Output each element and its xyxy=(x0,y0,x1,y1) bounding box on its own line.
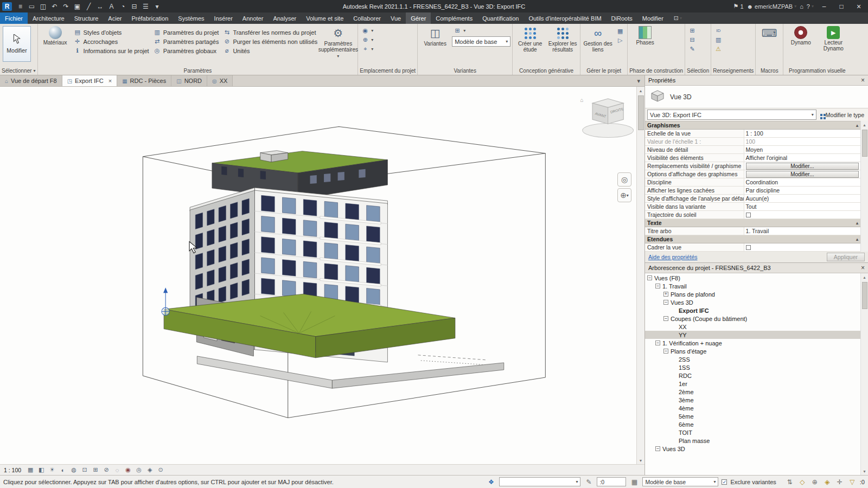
location-button[interactable]: ◉▾ xyxy=(360,26,375,35)
scroll-down-icon[interactable]: ▼ xyxy=(861,467,868,475)
property-value[interactable]: Afficher l'original Afficher l'original xyxy=(744,154,860,162)
additional-settings-button[interactable]: ⚙ Paramètres supplémentaires ▾ xyxy=(320,24,356,61)
property-value[interactable]: Coordination Coordination xyxy=(744,178,860,186)
drag-on-selection-toggle-icon[interactable]: ✛ xyxy=(835,478,845,486)
expand-toggle-icon[interactable]: − xyxy=(655,446,660,451)
property-row[interactable]: Style d'affichage de l'analyse par défau… xyxy=(645,195,860,203)
zoom-tool-icon[interactable]: ⊕▾ xyxy=(617,188,631,202)
property-row[interactable]: Etendues xyxy=(645,235,860,243)
worksets-icon[interactable]: ❖ xyxy=(486,478,496,486)
viewcube-home-icon[interactable]: ⌂ xyxy=(580,97,584,103)
property-value[interactable]: 1 : 100 1 : 100 xyxy=(744,130,860,137)
view-tab[interactable]: ▦ RDC - Pièces × xyxy=(117,75,171,86)
property-value[interactable]: Tout Tout xyxy=(744,203,860,210)
ribbon-tab[interactable]: Insérer xyxy=(209,12,238,24)
shadows-icon[interactable]: ◐ xyxy=(58,466,68,474)
coordinates-button[interactable]: ⊕▾ xyxy=(360,35,375,44)
user-account[interactable]: ☻emericMZPAB▾ xyxy=(747,3,797,10)
snaps-button[interactable]: ✛Accrochages xyxy=(72,37,151,46)
save-selection-button[interactable]: ⊞ xyxy=(687,26,698,35)
close-button[interactable]: × xyxy=(852,2,866,11)
macro-manager-button[interactable]: ⌨ xyxy=(757,24,781,42)
modify-value-button[interactable]: Modifier... xyxy=(746,171,859,178)
create-study-button[interactable]: Créer une étude xyxy=(514,24,546,54)
undo-icon[interactable]: ↶ xyxy=(49,2,60,11)
properties-scrollbar[interactable]: ▲ xyxy=(860,121,868,252)
expand-toggle-icon[interactable]: − xyxy=(655,341,660,345)
select-pinned-toggle-icon[interactable]: ◈ xyxy=(822,478,832,486)
ribbon-tab[interactable]: Structure xyxy=(69,12,104,24)
help-button[interactable]: ?▾ xyxy=(807,3,814,10)
print-icon[interactable]: ▣ xyxy=(72,2,82,11)
ribbon-tab[interactable]: Quantification xyxy=(477,12,524,24)
scroll-up-icon[interactable]: ▲ xyxy=(861,273,868,281)
tree-item[interactable]: − 1. Vérification + nuage xyxy=(645,339,860,347)
tree-item[interactable]: − 1. Travail xyxy=(645,282,860,290)
property-row[interactable]: Remplacements visibilité / graphisme Mod… xyxy=(645,162,860,170)
3d-view[interactable]: ⌂ AVANT DROITE xyxy=(0,87,644,464)
tree-item[interactable]: 4ème xyxy=(645,404,860,412)
temporary-view-properties-icon[interactable]: ◎ xyxy=(134,466,144,474)
view-tab[interactable]: ⌂ Vue de départ F8 × xyxy=(0,75,62,86)
close-icon[interactable]: × xyxy=(861,264,865,272)
save-icon[interactable]: ◫ xyxy=(38,2,48,11)
property-row[interactable]: Echelle de la vue 1 : 100 1 : 100 xyxy=(645,130,860,138)
expand-toggle-icon[interactable]: − xyxy=(663,349,668,354)
property-value[interactable]: 1. Travail 1. Travail xyxy=(744,227,860,235)
value-checkbox[interactable] xyxy=(746,245,751,250)
reveal-hidden-icon[interactable]: ◉ xyxy=(123,466,133,474)
show-crop-icon[interactable]: ⊞ xyxy=(91,466,100,474)
tree-item[interactable]: 5ème xyxy=(645,412,860,420)
edit-type-button[interactable]: Modifier le type xyxy=(819,112,866,118)
shared-parameters-button[interactable]: ⇄Paramètres partagés xyxy=(152,37,221,46)
expand-toggle-icon[interactable]: − xyxy=(647,275,652,280)
property-row[interactable]: Discipline Coordination Coordination xyxy=(645,178,860,187)
project-information-button[interactable]: ℹInformations sur le projet xyxy=(72,46,151,55)
scrollbar-thumb[interactable] xyxy=(638,95,644,130)
ribbon-tab[interactable]: Collaborer xyxy=(348,12,386,24)
object-styles-button[interactable]: ▤Styles d'objets xyxy=(72,28,151,37)
ribbon-tab[interactable]: Gérer xyxy=(406,12,431,24)
viewcube[interactable]: ⌂ AVANT DROITE xyxy=(580,97,634,137)
purge-unused-button[interactable]: ⊘Purger les éléments non utilisés xyxy=(221,37,319,46)
expand-toggle-icon[interactable]: − xyxy=(655,284,660,288)
navigation-wheel-icon[interactable]: ◎ xyxy=(617,172,631,187)
ribbon-tab[interactable]: Modifier xyxy=(637,12,668,24)
visual-style-icon[interactable]: ◧ xyxy=(36,466,46,474)
global-parameters-button[interactable]: ◎Paramètres globaux xyxy=(152,46,221,55)
element-ids-button[interactable]: ID xyxy=(713,26,724,35)
tree-item[interactable]: Plan masse xyxy=(645,436,860,445)
editing-requests-icon[interactable]: ✎ xyxy=(584,478,593,486)
panel-label-select[interactable]: Sélectionner▾ xyxy=(2,67,36,75)
temporary-hide-icon[interactable]: ◌ xyxy=(112,466,122,474)
redo-icon[interactable]: ↷ xyxy=(61,2,71,11)
browser-scrollbar[interactable]: ▲ ▼ xyxy=(860,273,868,475)
dynamo-button[interactable]: Dynamo xyxy=(785,24,816,47)
project-parameters-button[interactable]: ▥Paramètres du projet xyxy=(152,28,221,37)
ribbon-tab[interactable]: Outils d'interopérabilité BIM xyxy=(524,12,606,24)
tree-item[interactable]: Export IFC xyxy=(645,306,860,314)
ribbon-display-toggle[interactable]: ⊡▾ xyxy=(671,12,685,24)
worksharing-display-icon[interactable]: ⇅ xyxy=(785,478,795,486)
building-model[interactable] xyxy=(164,151,504,389)
properties-header[interactable]: Propriétés × xyxy=(645,75,868,86)
scrollbar-thumb[interactable] xyxy=(862,130,867,157)
ribbon-tab[interactable]: Vue xyxy=(386,12,406,24)
measure-icon[interactable]: ╱ xyxy=(84,2,94,11)
property-value[interactable]: 100 100 xyxy=(744,138,860,145)
tree-item[interactable]: RDC xyxy=(645,371,860,380)
warnings-button[interactable]: ⚠ xyxy=(713,44,724,54)
design-option-select[interactable]: Modèle de base ▾ xyxy=(642,477,718,486)
apply-button[interactable]: Appliquer xyxy=(827,253,865,261)
tree-item[interactable]: 1SS xyxy=(645,363,860,371)
property-value[interactable] xyxy=(744,243,860,251)
tree-item[interactable]: 2ème xyxy=(645,388,860,396)
ribbon-tab[interactable]: Acier xyxy=(103,12,126,24)
ribbon-tab[interactable]: Annoter xyxy=(238,12,269,24)
property-value[interactable]: Aucun(e) Aucun(e) xyxy=(744,195,860,202)
manage-images-button[interactable]: ▦ xyxy=(615,27,626,36)
editing-requests-count[interactable]: :0 xyxy=(597,477,626,486)
tree-item[interactable]: TOIT xyxy=(645,428,860,436)
property-row[interactable]: Visibilité des éléments Afficher l'origi… xyxy=(645,154,860,162)
ribbon-tab[interactable]: Préfabrication xyxy=(126,12,173,24)
